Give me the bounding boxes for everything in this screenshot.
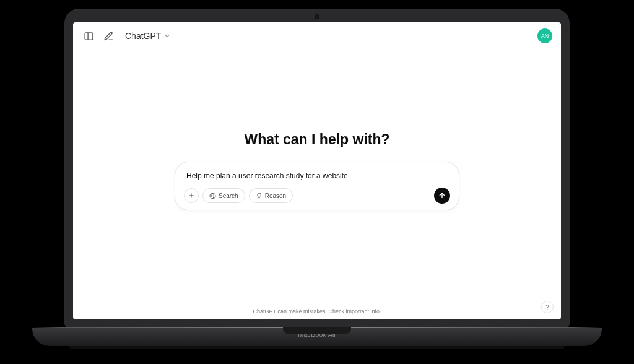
- prompt-input[interactable]: [184, 170, 450, 188]
- input-controls: Search Reason: [184, 188, 450, 204]
- globe-icon: [209, 193, 216, 199]
- laptop-frame: ChatGPT AN What can I help with?: [32, 9, 602, 355]
- prompt-input-container: Search Reason: [175, 162, 459, 210]
- lightbulb-icon: [256, 193, 263, 199]
- send-button[interactable]: [434, 188, 450, 204]
- footer-disclaimer: ChatGPT can make mistakes. Check importa…: [73, 305, 561, 319]
- help-label: ?: [545, 304, 549, 311]
- reason-tool-button[interactable]: Reason: [249, 188, 293, 203]
- page-heading: What can I help with?: [244, 131, 389, 148]
- arrow-up-icon: [438, 191, 446, 200]
- laptop-camera: [315, 14, 319, 19]
- plus-icon: [188, 192, 195, 199]
- attach-button[interactable]: [184, 188, 199, 203]
- laptop-bezel: ChatGPT AN What can I help with?: [64, 9, 570, 328]
- main-area: What can I help with?: [73, 37, 561, 305]
- search-tool-label: Search: [219, 193, 238, 199]
- laptop-notch: [283, 327, 351, 334]
- search-tool-button[interactable]: Search: [202, 188, 245, 203]
- reason-tool-label: Reason: [265, 193, 286, 199]
- help-button[interactable]: ?: [541, 301, 554, 313]
- app-screen: ChatGPT AN What can I help with?: [73, 22, 561, 319]
- laptop-base: MacBook Air: [32, 327, 602, 346]
